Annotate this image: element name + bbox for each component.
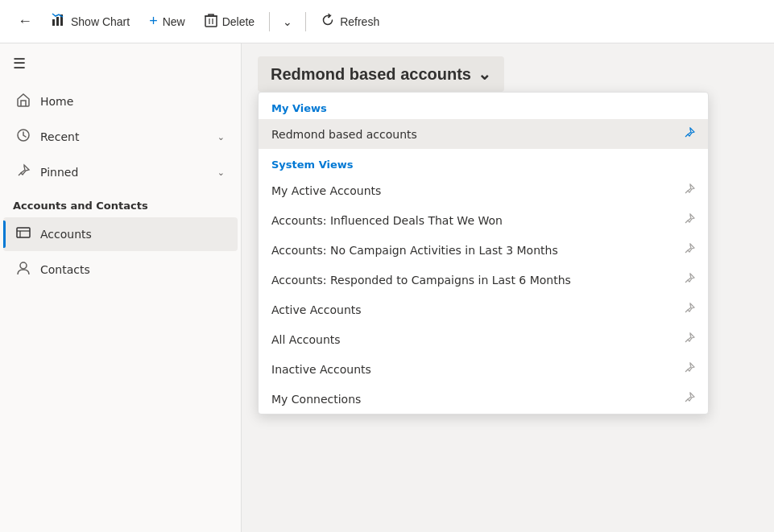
dropdown-item-no-campaign-label: Accounts: No Campaign Activities in Last… bbox=[271, 244, 677, 257]
dropdown-item-connections[interactable]: My Connections bbox=[259, 384, 708, 414]
svg-rect-3 bbox=[205, 16, 217, 27]
clock-icon bbox=[16, 128, 31, 146]
dropdown-item-influenced-label: Accounts: Influenced Deals That We Won bbox=[271, 214, 677, 227]
section-header: Accounts and Contacts bbox=[0, 190, 241, 217]
toolbar-divider-2 bbox=[305, 12, 306, 31]
sidebar-item-pinned[interactable]: Pinned ⌄ bbox=[3, 155, 238, 189]
sidebar-item-home[interactable]: Home bbox=[3, 85, 238, 118]
svg-line-15 bbox=[685, 221, 688, 223]
system-views-header: System Views bbox=[259, 149, 708, 175]
svg-rect-1 bbox=[56, 17, 59, 26]
svg-line-17 bbox=[685, 280, 688, 282]
pinned-label: Pinned bbox=[40, 166, 208, 179]
view-title: Redmond based accounts bbox=[271, 65, 471, 84]
dropdown-item-inactive[interactable]: Inactive Accounts bbox=[259, 354, 708, 384]
new-label: New bbox=[163, 15, 185, 28]
home-icon bbox=[16, 93, 31, 110]
svg-line-18 bbox=[685, 310, 688, 312]
dropdown-item-active-label: Active Accounts bbox=[271, 303, 677, 316]
recent-label: Recent bbox=[40, 130, 208, 143]
dropdown-item-connections-label: My Connections bbox=[271, 393, 677, 406]
hamburger-icon: ☰ bbox=[13, 56, 26, 72]
chevron-down-icon: ⌄ bbox=[478, 64, 491, 84]
pin-icon bbox=[16, 163, 31, 181]
dropdown-item-active[interactable]: Active Accounts bbox=[259, 295, 708, 324]
plus-icon: + bbox=[149, 13, 158, 30]
dropdown-item-responded[interactable]: Accounts: Responded to Campaigns in Last… bbox=[259, 265, 708, 295]
svg-point-12 bbox=[20, 262, 27, 269]
refresh-label: Refresh bbox=[340, 15, 379, 28]
delete-label: Delete bbox=[222, 15, 255, 28]
pin-icon-active bbox=[684, 303, 695, 316]
sidebar-item-recent[interactable]: Recent ⌄ bbox=[3, 120, 238, 154]
svg-line-16 bbox=[685, 250, 688, 253]
refresh-button[interactable]: Refresh bbox=[312, 8, 387, 35]
dropdown-item-responded-label: Accounts: Responded to Campaigns in Last… bbox=[271, 274, 677, 287]
show-chart-button[interactable]: Show Chart bbox=[43, 8, 138, 35]
svg-line-13 bbox=[685, 134, 688, 137]
pin-icon-redmond bbox=[684, 127, 695, 141]
dropdown-item-redmond[interactable]: Redmond based accounts bbox=[259, 119, 708, 149]
dropdown-item-my-active[interactable]: My Active Accounts bbox=[259, 175, 708, 205]
dropdown-item-inactive-label: Inactive Accounts bbox=[271, 363, 677, 376]
my-views-header: My Views bbox=[259, 93, 708, 119]
dropdown-item-redmond-label: Redmond based accounts bbox=[271, 128, 677, 141]
toolbar-divider bbox=[269, 12, 270, 31]
svg-line-19 bbox=[685, 340, 688, 342]
chart-icon bbox=[52, 13, 66, 31]
pin-icon-no-campaign bbox=[684, 243, 695, 257]
recent-chevron-icon: ⌄ bbox=[217, 132, 225, 142]
dropdown-item-all[interactable]: All Accounts bbox=[259, 324, 708, 354]
accounts-icon bbox=[16, 225, 31, 243]
svg-line-14 bbox=[685, 191, 688, 193]
svg-line-20 bbox=[685, 369, 688, 372]
delete-button[interactable]: Delete bbox=[197, 8, 263, 35]
back-icon: ← bbox=[18, 13, 32, 29]
toolbar: ← Show Chart + New Delete ⌄ bbox=[0, 0, 774, 43]
new-button[interactable]: + New bbox=[141, 8, 193, 35]
content-area: Redmond based accounts ⌄ My Views Redmon… bbox=[242, 43, 774, 532]
back-button[interactable]: ← bbox=[10, 8, 40, 35]
home-label: Home bbox=[40, 95, 225, 108]
pin-icon-influenced bbox=[684, 213, 695, 227]
sidebar-item-contacts[interactable]: Contacts bbox=[3, 253, 238, 287]
dropdown-item-influenced[interactable]: Accounts: Influenced Deals That We Won bbox=[259, 205, 708, 235]
pinned-chevron-icon: ⌄ bbox=[217, 167, 225, 178]
sidebar: ☰ Home Recent ⌄ bbox=[0, 43, 242, 532]
svg-rect-0 bbox=[52, 19, 55, 26]
contacts-label: Contacts bbox=[40, 263, 225, 276]
pin-icon-all bbox=[684, 332, 695, 346]
dropdown-chevron-button[interactable]: ⌄ bbox=[276, 10, 299, 33]
pin-icon-my-active bbox=[684, 184, 695, 197]
svg-rect-9 bbox=[17, 228, 30, 237]
trash-icon bbox=[205, 13, 217, 31]
view-dropdown: My Views Redmond based accounts System V… bbox=[258, 92, 709, 414]
pin-icon-connections bbox=[684, 392, 695, 406]
dropdown-item-all-label: All Accounts bbox=[271, 333, 677, 346]
dropdown-item-no-campaign[interactable]: Accounts: No Campaign Activities in Last… bbox=[259, 235, 708, 265]
refresh-icon bbox=[321, 13, 335, 31]
pin-icon-responded bbox=[684, 273, 695, 287]
hamburger-button[interactable]: ☰ bbox=[0, 43, 241, 84]
contacts-icon bbox=[16, 261, 31, 278]
pin-icon-inactive bbox=[684, 362, 695, 376]
accounts-label: Accounts bbox=[40, 228, 225, 241]
show-chart-label: Show Chart bbox=[71, 15, 130, 28]
sidebar-item-accounts[interactable]: Accounts bbox=[3, 217, 238, 251]
svg-line-21 bbox=[685, 399, 688, 402]
dropdown-item-my-active-label: My Active Accounts bbox=[271, 184, 677, 197]
view-title-button[interactable]: Redmond based accounts ⌄ bbox=[258, 56, 504, 92]
main-layout: ☰ Home Recent ⌄ bbox=[0, 43, 774, 532]
